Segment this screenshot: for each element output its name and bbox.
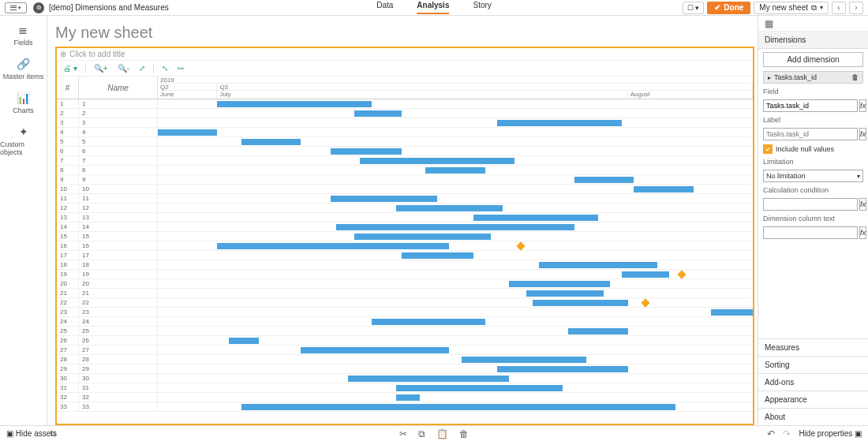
rail-item-charts[interactable]: 📊Charts <box>13 92 34 114</box>
menu-button[interactable]: ▾ <box>5 2 27 13</box>
gantt-row[interactable]: 2525 <box>57 327 753 336</box>
dim-col-text-input[interactable] <box>763 226 858 239</box>
gantt-bar[interactable] <box>396 205 503 211</box>
table-icon[interactable]: ▦ <box>765 18 773 29</box>
gantt-bar[interactable] <box>301 347 450 353</box>
gantt-bar[interactable] <box>354 110 402 117</box>
section-appearance[interactable]: Appearance <box>758 391 868 408</box>
section-about[interactable]: About <box>758 408 868 425</box>
add-dimension-button[interactable]: Add dimension <box>763 52 863 67</box>
gantt-bar[interactable] <box>634 186 693 192</box>
field-fx-button[interactable]: fx <box>859 99 866 112</box>
gantt-row[interactable]: 2323 <box>57 308 753 317</box>
gantt-bar[interactable] <box>158 129 217 136</box>
gantt-bar[interactable] <box>568 328 627 334</box>
gantt-row[interactable]: 1111 <box>57 194 753 204</box>
gantt-bar[interactable] <box>241 404 675 410</box>
include-null-checkbox[interactable]: ✔ <box>763 144 773 154</box>
label-fx-button[interactable]: fx <box>859 128 866 140</box>
gantt-row[interactable]: 2929 <box>57 364 753 374</box>
gantt-row[interactable]: 3030 <box>57 374 753 383</box>
gantt-row[interactable]: 88 <box>57 166 753 175</box>
print-icon[interactable]: 🖨 ▾ <box>62 64 79 73</box>
gantt-bar[interactable] <box>360 158 514 164</box>
gantt-row[interactable]: 2020 <box>57 279 753 289</box>
milestone-icon[interactable] <box>516 241 525 250</box>
gantt-bar[interactable] <box>396 385 563 391</box>
gantt-row[interactable]: 2222 <box>57 298 753 308</box>
section-add-ons[interactable]: Add-ons <box>758 373 868 391</box>
gantt-row[interactable]: 55 <box>57 137 753 147</box>
undo-icon[interactable]: ↶ <box>767 428 775 439</box>
rail-item-custom-objects[interactable]: ✦Custom objects <box>0 125 47 156</box>
done-button[interactable]: ✔Done <box>707 2 750 14</box>
paste-icon[interactable]: 📋 <box>436 428 448 439</box>
gantt-bar[interactable] <box>217 243 449 249</box>
gantt-bar[interactable] <box>331 196 438 202</box>
tab-data[interactable]: Data <box>376 1 393 14</box>
gantt-bar[interactable] <box>217 101 372 107</box>
gantt-bar[interactable] <box>229 338 259 344</box>
gantt-row[interactable]: 2626 <box>57 336 753 346</box>
gantt-bar[interactable] <box>497 366 628 372</box>
gantt-bar[interactable] <box>539 262 658 268</box>
gantt-bar[interactable] <box>331 148 402 155</box>
milestone-icon[interactable] <box>677 270 686 278</box>
gantt-row[interactable]: 1515 <box>57 232 753 241</box>
gantt-bar[interactable] <box>336 224 574 230</box>
gantt-row[interactable]: 1010 <box>57 185 753 194</box>
gantt-row[interactable]: 3232 <box>57 393 753 402</box>
gantt-row[interactable]: 1212 <box>57 204 753 213</box>
tab-analysis[interactable]: Analysis <box>417 1 449 14</box>
gantt-row[interactable]: 3131 <box>57 383 753 393</box>
gantt-bar[interactable] <box>348 376 509 382</box>
gantt-bar[interactable] <box>574 177 634 183</box>
calc-condition-input[interactable] <box>763 198 858 211</box>
rail-item-fields[interactable]: ≣Fields <box>13 24 32 47</box>
gantt-bar[interactable] <box>497 120 622 126</box>
copy-icon[interactable]: ⧉ <box>418 428 425 439</box>
chart-object[interactable]: ⊕ Click to add title 🖨 ▾ 🔍+ 🔍- ⤢ ⤡ ⤠ # N… <box>55 47 754 425</box>
zoom-in-icon[interactable]: 🔍+ <box>92 64 110 73</box>
gantt-row[interactable]: 2727 <box>57 346 753 355</box>
gantt-bar[interactable] <box>241 139 301 145</box>
section-measures[interactable]: Measures <box>758 338 868 356</box>
gantt-bar[interactable] <box>526 290 604 297</box>
expand-handle-icon[interactable]: ⊕ <box>60 50 66 58</box>
chart-title-placeholder[interactable]: Click to add title <box>69 50 125 58</box>
gantt-bar[interactable] <box>473 215 598 221</box>
collapse-icon[interactable]: ⤠ <box>176 64 185 73</box>
section-dimensions[interactable]: Dimensions <box>758 32 868 49</box>
next-sheet-button[interactable]: › <box>849 2 863 14</box>
label-input[interactable] <box>763 128 858 140</box>
dimension-item[interactable]: ▸Tasks.task_id🗑 <box>763 71 863 84</box>
gantt-row[interactable]: 99 <box>57 175 753 185</box>
gantt-row[interactable]: 33 <box>57 118 753 128</box>
rail-item-master-items[interactable]: 🔗Master items <box>3 58 44 80</box>
column-name[interactable]: Name <box>79 77 158 99</box>
gantt-row[interactable]: 77 <box>57 156 753 166</box>
redo-icon[interactable]: ↷ <box>783 428 791 439</box>
field-input[interactable] <box>763 99 858 112</box>
milestone-icon[interactable] <box>642 298 650 307</box>
sheet-title[interactable]: My new sheet <box>55 24 754 42</box>
gantt-bar[interactable] <box>622 271 669 278</box>
gantt-bar[interactable] <box>509 281 610 287</box>
device-icon[interactable]: ⌑ <box>51 428 55 439</box>
gantt-row[interactable]: 1818 <box>57 260 753 270</box>
gantt-bar[interactable] <box>354 234 491 240</box>
gantt-row[interactable]: 44 <box>57 128 753 137</box>
hide-assets-button[interactable]: ▣ Hide assets <box>6 429 57 438</box>
gantt-row[interactable]: 2121 <box>57 289 753 298</box>
gantt-row[interactable]: 11 <box>57 99 753 109</box>
gantt-bar[interactable] <box>402 252 473 259</box>
bookmark-button[interactable]: ☐ ▾ <box>683 2 705 14</box>
delete-icon[interactable]: 🗑 <box>459 428 469 439</box>
gantt-row[interactable]: 1717 <box>57 251 753 260</box>
tab-story[interactable]: Story <box>473 1 491 14</box>
gantt-row[interactable]: 66 <box>57 147 753 156</box>
gantt-bar[interactable] <box>396 394 420 401</box>
gantt-row[interactable]: 1414 <box>57 222 753 232</box>
hide-properties-button[interactable]: Hide properties ▣ <box>799 429 862 438</box>
calc-fx-button[interactable]: fx <box>859 198 866 211</box>
